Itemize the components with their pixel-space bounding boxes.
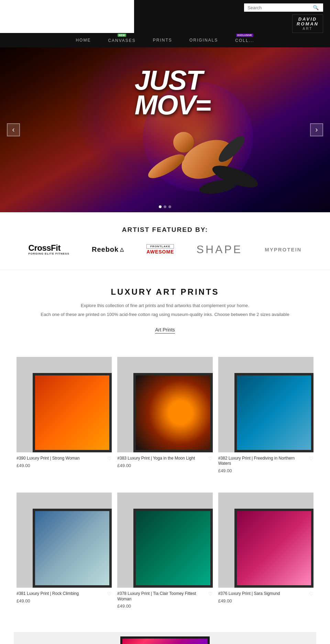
brand-crossfit: CrossFit FORGING ELITE FITNESS	[29, 244, 69, 255]
product-item-3[interactable]: #382 Luxury Print | Freediving in Northe…	[216, 354, 316, 476]
product-image-4	[16, 493, 112, 588]
logo-line3: ART	[297, 27, 319, 31]
reebok-triangle: △	[120, 247, 124, 252]
product-grid-row2: #381 Luxury Print | Rock Climbing ♡ £49.…	[0, 490, 330, 612]
hero-indicators	[159, 205, 171, 208]
product-item-6[interactable]: #376 Luxury Print | Sara Sigmund ♡ £49.0…	[216, 490, 316, 612]
product-image-inner-4	[33, 509, 112, 588]
awesome-top: FRONTLAKE	[146, 244, 174, 249]
product-item-2[interactable]: #383 Luxury Print | Yoga in the Moon Lig…	[114, 354, 215, 476]
header-right: 🔍 DAVID ROMAN ART	[134, 0, 330, 33]
product-price-6: £49.00	[218, 598, 314, 603]
hero-text: JUST MOV=	[135, 68, 211, 117]
product-image-2	[117, 357, 212, 452]
awesome-name: AWESOME	[146, 249, 174, 255]
product-name-3: #382 Luxury Print | Freediving in Northe…	[218, 456, 309, 466]
badge-exclusive: EXCLUSIVE	[236, 34, 253, 37]
featured-title: ARTIST FEATURED BY:	[21, 226, 309, 234]
indicator-2[interactable]	[164, 205, 166, 208]
logo-line2: ROMAN	[297, 22, 319, 26]
crossfit-sub: FORGING ELITE FITNESS	[29, 252, 69, 255]
bottom-banner-inner	[120, 636, 210, 644]
product-image-inner-6	[234, 509, 314, 588]
svg-point-2	[145, 150, 188, 182]
product-name-6: #376 Luxury Print | Sara Sigmund	[218, 591, 309, 597]
product-price-1: £49.00	[16, 463, 112, 468]
product-heart-4[interactable]: ♡	[107, 591, 112, 597]
hero-line2: MOV=	[135, 93, 211, 117]
logo[interactable]: DAVID ROMAN ART	[292, 14, 323, 33]
indicator-3[interactable]	[168, 205, 171, 208]
product-heart-3[interactable]: ♡	[309, 456, 314, 461]
product-heart-2[interactable]: ♡	[208, 456, 213, 461]
header-left-space	[0, 0, 134, 33]
product-item-5[interactable]: #378 Luxury Print | Tia Clair Toomey Fit…	[114, 490, 215, 612]
product-info-1: #390 Luxury Print | Strong Woman ♡	[16, 456, 112, 461]
product-price-5: £49.00	[117, 603, 212, 609]
brand-reebok: Reebok △	[92, 246, 124, 253]
product-image-inner-3	[234, 373, 314, 452]
crossfit-name: CrossFit	[29, 244, 69, 252]
product-image-inner-5	[133, 509, 212, 588]
search-container: 🔍	[244, 3, 323, 12]
product-name-4: #381 Luxury Print | Rock Climbing	[16, 591, 107, 597]
nav-originals[interactable]: ORIGINALS	[189, 38, 218, 43]
nav-bar: HOME NEW CANVASES PRINTS ORIGINALS EXCLU…	[0, 33, 330, 47]
product-heart-1[interactable]: ♡	[107, 456, 112, 461]
product-info-3: #382 Luxury Print | Freediving in Northe…	[218, 456, 314, 466]
brand-myprotein: MYPROTEIN	[265, 247, 301, 252]
badge-new: NEW	[118, 34, 126, 37]
brand-logos: CrossFit FORGING ELITE FITNESS Reebok △ …	[21, 243, 309, 256]
luxury-desc1: Explore this collection of fine art prin…	[28, 302, 302, 309]
brand-shape: SHAPE	[197, 243, 242, 256]
product-image-6	[218, 493, 314, 588]
bottom-banner	[14, 632, 316, 644]
nav-home[interactable]: HOME	[76, 38, 91, 43]
search-icon[interactable]: 🔍	[313, 5, 319, 10]
featured-section: ARTIST FEATURED BY: CrossFit FORGING ELI…	[0, 212, 330, 270]
product-heart-6[interactable]: ♡	[309, 591, 314, 597]
product-info-6: #376 Luxury Print | Sara Sigmund ♡	[218, 591, 314, 597]
nav-canvases[interactable]: CANVASES	[108, 38, 135, 43]
brand-awesome: FRONTLAKE AWESOME	[146, 244, 174, 255]
svg-point-1	[173, 132, 194, 152]
product-name-2: #383 Luxury Print | Yoga in the Moon Lig…	[117, 456, 208, 461]
luxury-title: LUXURY ART PRINTS	[28, 287, 302, 297]
reebok-text: Reebok	[92, 246, 119, 253]
product-image-inner-1	[33, 373, 112, 452]
product-image-3	[218, 357, 314, 452]
nav-collections-wrapper: EXCLUSIVE COLL...	[235, 37, 254, 43]
product-info-5: #378 Luxury Print | Tia Clair Toomey Fit…	[117, 591, 212, 602]
product-item-4[interactable]: #381 Luxury Print | Rock Climbing ♡ £49.…	[14, 490, 114, 612]
product-image-inner-2	[133, 373, 212, 452]
header: 🔍 DAVID ROMAN ART HOME NEW CANVASES PRIN…	[0, 0, 330, 47]
product-image-5	[117, 493, 212, 588]
hero-section: JUST MOV= ‹ ›	[0, 47, 330, 212]
art-prints-link[interactable]: Art Prints	[155, 327, 175, 334]
nav-collections[interactable]: COLL...	[235, 38, 254, 43]
product-name-5: #378 Luxury Print | Tia Clair Toomey Fit…	[117, 591, 208, 602]
product-info-4: #381 Luxury Print | Rock Climbing ♡	[16, 591, 112, 597]
product-heart-5[interactable]: ♡	[208, 591, 213, 597]
product-price-3: £49.00	[218, 468, 314, 473]
product-price-2: £49.00	[117, 463, 212, 468]
luxury-desc2: Each one of these are printed on 100% ac…	[28, 311, 302, 318]
product-image-1	[16, 357, 112, 452]
hero-line1: JUST	[135, 68, 211, 93]
product-price-4: £49.00	[16, 598, 112, 603]
product-name-1: #390 Luxury Print | Strong Woman	[16, 456, 107, 461]
nav-canvases-wrapper: NEW CANVASES	[108, 37, 135, 43]
product-grid-row1: #390 Luxury Print | Strong Woman ♡ £49.0…	[0, 354, 330, 476]
logo-line1: DAVID	[297, 17, 319, 22]
hero-prev-button[interactable]: ‹	[7, 123, 20, 136]
product-item-1[interactable]: #390 Luxury Print | Strong Woman ♡ £49.0…	[14, 354, 114, 476]
luxury-section: LUXURY ART PRINTS Explore this collectio…	[0, 270, 330, 348]
nav-prints[interactable]: PRINTS	[153, 38, 172, 43]
product-info-2: #383 Luxury Print | Yoga in the Moon Lig…	[117, 456, 212, 461]
hero-next-button[interactable]: ›	[310, 123, 323, 136]
indicator-1[interactable]	[159, 205, 162, 208]
search-input[interactable]	[248, 5, 313, 10]
